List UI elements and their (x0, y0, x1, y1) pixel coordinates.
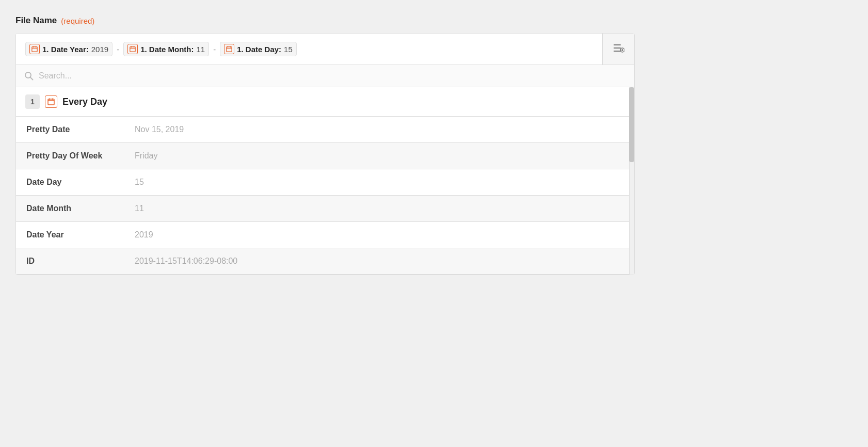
data-row-label: Pretty Day Of Week (26, 151, 130, 161)
data-rows-container: Pretty DateNov 15, 2019Pretty Day Of Wee… (16, 117, 629, 275)
data-row-label: Date Year (26, 230, 130, 240)
header-content: 1. Date Year: 2019 - 1. Date Month: (16, 34, 602, 65)
page-container: File Name (required) 1. Date Yea (15, 15, 635, 275)
data-row: Date Month11 (16, 196, 629, 222)
item-number-badge: 1 (25, 94, 40, 109)
data-row-value: 2019-11-15T14:06:29-08:00 (135, 257, 237, 266)
data-rows-wrap: 1 Every Day Pretty DateNov 15, 2019Prett… (16, 87, 629, 275)
separator-1: - (117, 45, 119, 54)
tag-label-date-year: 1. Date Year: (42, 45, 89, 54)
tag-chip-date-day[interactable]: 1. Date Day: 15 (220, 42, 297, 56)
tag-value-date-day: 15 (284, 45, 293, 54)
file-name-label: File Name (required) (15, 15, 635, 26)
scrollbar-track[interactable] (629, 87, 634, 275)
tag-value-date-year: 2019 (91, 45, 108, 54)
svg-line-19 (30, 77, 33, 80)
svg-rect-0 (32, 47, 37, 52)
data-row-label: Date Day (26, 178, 130, 187)
item-clock-icon (45, 95, 57, 108)
svg-rect-20 (48, 99, 54, 105)
list-item-header: 1 Every Day (16, 87, 629, 117)
header-row: 1. Date Year: 2019 - 1. Date Month: (16, 34, 634, 65)
separator-2: - (213, 45, 216, 54)
svg-rect-8 (227, 47, 232, 52)
data-row-value: Nov 15, 2019 (135, 125, 184, 134)
data-row: Pretty Day Of WeekFriday (16, 143, 629, 169)
add-list-icon (613, 43, 624, 55)
add-list-button[interactable] (602, 34, 634, 65)
data-row-label: Date Month (26, 204, 130, 213)
svg-rect-4 (130, 47, 135, 52)
tag-chip-date-month[interactable]: 1. Date Month: 11 (123, 42, 209, 56)
data-row-value: 15 (135, 178, 144, 187)
content-area: 1 Every Day Pretty DateNov 15, 2019Prett… (16, 87, 634, 275)
tag-chip-date-year[interactable]: 1. Date Year: 2019 (25, 42, 112, 56)
data-row-value: 11 (135, 204, 144, 213)
data-row-value: Friday (135, 151, 157, 161)
tag-icon-date-year (29, 44, 40, 54)
search-input[interactable] (39, 71, 626, 81)
tag-icon-date-month (127, 44, 138, 54)
search-icon (24, 71, 34, 81)
search-row (16, 65, 634, 87)
data-row-label: Pretty Date (26, 125, 130, 134)
item-title: Every Day (62, 97, 107, 107)
scrollbar-thumb[interactable] (629, 87, 634, 162)
tag-label-date-month: 1. Date Month: (140, 45, 194, 54)
data-row-value: 2019 (135, 230, 153, 240)
data-row: Date Day15 (16, 169, 629, 196)
tag-label-date-day: 1. Date Day: (237, 45, 281, 54)
data-row-label: ID (26, 257, 130, 266)
data-row: Date Year2019 (16, 222, 629, 248)
data-row: Pretty DateNov 15, 2019 (16, 117, 629, 143)
main-panel: 1. Date Year: 2019 - 1. Date Month: (15, 33, 635, 275)
data-row: ID2019-11-15T14:06:29-08:00 (16, 248, 629, 275)
tag-value-date-month: 11 (197, 45, 205, 54)
file-name-text: File Name (15, 15, 57, 26)
tag-icon-date-day (224, 44, 234, 54)
required-text: (required) (61, 17, 94, 25)
